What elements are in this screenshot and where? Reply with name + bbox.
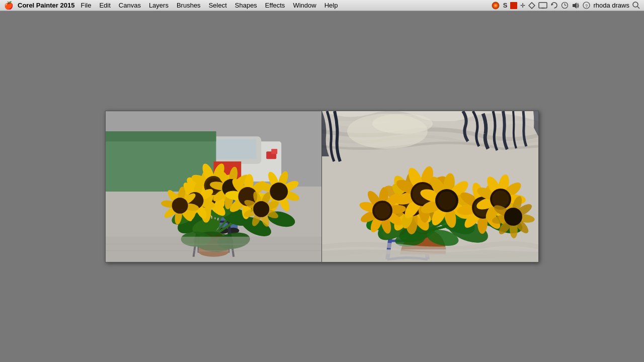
clock-icon <box>561 2 569 9</box>
move-icon: ✛ <box>520 2 525 9</box>
svg-line-15 <box>637 7 639 9</box>
volume-icon <box>572 2 580 9</box>
svg-marker-3 <box>529 3 535 9</box>
help-circle-icon: ? <box>583 2 590 9</box>
menu-window[interactable]: Window <box>289 1 320 10</box>
menu-shapes[interactable]: Shapes <box>231 1 261 10</box>
svg-rect-22 <box>271 149 277 154</box>
menubar-right: S ✛ ? rhoda draws <box>491 1 640 10</box>
menu-canvas[interactable]: Canvas <box>115 1 145 10</box>
menu-help[interactable]: Help <box>320 1 342 10</box>
canvas-area <box>0 11 644 362</box>
menu-edit[interactable]: Edit <box>95 1 114 10</box>
menu-effects[interactable]: Effects <box>261 1 289 10</box>
app-name: Corel Painter 2015 <box>18 2 74 9</box>
svg-point-225 <box>374 203 390 219</box>
svg-rect-133 <box>106 237 321 262</box>
display-icon <box>538 2 547 9</box>
diamond-icon <box>528 2 535 9</box>
svg-point-14 <box>633 2 638 7</box>
s-icon: S <box>503 2 508 9</box>
menu-file[interactable]: File <box>76 1 95 10</box>
corel-icon <box>491 1 500 10</box>
right-image-panel <box>322 111 538 262</box>
svg-point-203 <box>438 192 456 210</box>
svg-rect-4 <box>539 3 547 8</box>
svg-rect-24 <box>106 131 216 141</box>
menu-brushes[interactable]: Brushes <box>173 1 205 10</box>
apple-menu[interactable]: 🍎 <box>4 1 14 10</box>
image-pair <box>105 111 539 262</box>
svg-point-236 <box>492 191 509 208</box>
svg-point-139 <box>372 114 433 134</box>
svg-text:?: ? <box>585 4 588 9</box>
menu-layers[interactable]: Layers <box>145 1 173 10</box>
svg-marker-11 <box>573 3 577 9</box>
username: rhoda draws <box>593 2 629 9</box>
red-box-icon <box>510 2 517 9</box>
svg-point-245 <box>504 208 522 226</box>
menu-select[interactable]: Select <box>205 1 231 10</box>
svg-point-132 <box>253 201 269 217</box>
left-image-panel <box>106 111 322 262</box>
menu-bar: 🍎 Corel Painter 2015 File Edit Canvas La… <box>0 0 644 11</box>
svg-point-119 <box>172 198 188 214</box>
svg-point-110 <box>270 183 288 201</box>
refresh-icon <box>550 2 558 9</box>
search-icon[interactable] <box>632 2 640 9</box>
svg-marker-7 <box>551 4 553 6</box>
svg-point-2 <box>495 5 497 7</box>
